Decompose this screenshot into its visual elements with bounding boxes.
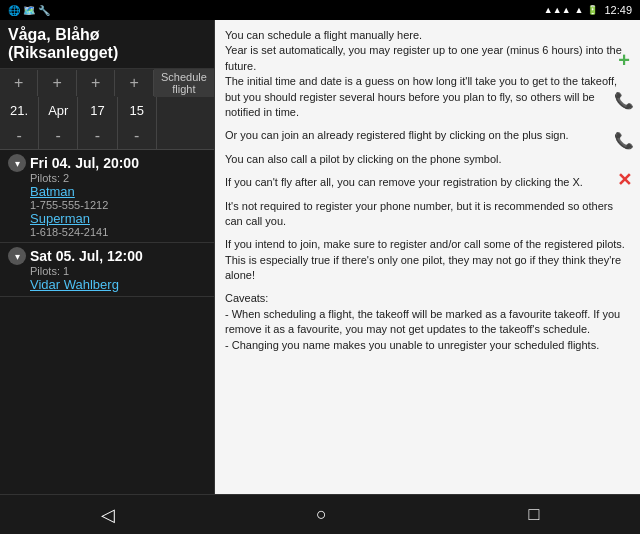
day-value: 21. bbox=[0, 97, 39, 123]
help-text-3: You can also call a pilot by clicking on… bbox=[225, 152, 630, 167]
minus-minute[interactable]: - bbox=[118, 123, 157, 149]
flight-2-header: ▾ Sat 05. Jul, 12:00 bbox=[8, 247, 206, 265]
join-flight-icon[interactable]: + bbox=[614, 50, 634, 70]
plus-row: + + + + Schedule flight bbox=[0, 69, 214, 97]
pilot-2-1: Vidar Wahlberg bbox=[30, 277, 206, 292]
flight-1-expand[interactable]: ▾ bbox=[8, 154, 26, 172]
pilot-1-2-phone: 1-618-524-2141 bbox=[30, 226, 206, 238]
flight-2-pilots-count: Pilots: 1 bbox=[30, 265, 206, 277]
wifi-icon: ▲ bbox=[575, 5, 584, 15]
battery-icon: 🔋 bbox=[587, 5, 598, 15]
remove-registration-icon[interactable]: ✕ bbox=[614, 170, 634, 190]
left-panel: Våga, Blåhø (Riksanlegget) + + + + Sched… bbox=[0, 20, 215, 494]
app-icon-2: 🗺️ bbox=[23, 5, 35, 16]
right-panel: You can schedule a flight manually here.… bbox=[215, 20, 640, 494]
pilot-1-1-phone: 1-755-555-1212 bbox=[30, 199, 206, 211]
side-icons: + 📞 📞 ✕ bbox=[614, 50, 634, 190]
home-button[interactable]: ○ bbox=[296, 496, 347, 533]
plus-minute[interactable]: + bbox=[115, 70, 153, 96]
nav-bar: ◁ ○ □ bbox=[0, 494, 640, 534]
app-icon-3: 🔧 bbox=[38, 5, 50, 16]
pilot-1-2-name[interactable]: Superman bbox=[30, 211, 206, 226]
plus-day[interactable]: + bbox=[0, 70, 38, 96]
main-content: Våga, Blåhø (Riksanlegget) + + + + Sched… bbox=[0, 20, 640, 494]
minus-row: - - - - bbox=[0, 123, 214, 149]
minus-day[interactable]: - bbox=[0, 123, 39, 149]
help-text-4: If you can't fly after all, you can remo… bbox=[225, 175, 630, 190]
help-text-6: If you intend to join, make sure to regi… bbox=[225, 237, 630, 283]
back-button[interactable]: ◁ bbox=[81, 496, 135, 534]
picker-values-row: 21. Apr 17 15 bbox=[0, 97, 214, 123]
pilot-1-2: Superman 1-618-524-2141 bbox=[30, 211, 206, 238]
minute-value: 15 bbox=[118, 97, 157, 123]
app-icon-1: 🌐 bbox=[8, 5, 20, 16]
flight-2-expand[interactable]: ▾ bbox=[8, 247, 26, 265]
minus-spacer bbox=[157, 123, 214, 149]
help-text-5: It's not required to register your phone… bbox=[225, 199, 630, 230]
flight-1-pilots-count: Pilots: 2 bbox=[30, 172, 206, 184]
help-text-1: You can schedule a flight manually here.… bbox=[225, 28, 630, 120]
minus-month[interactable]: - bbox=[39, 123, 78, 149]
pilot-1-1: Batman 1-755-555-1212 bbox=[30, 184, 206, 211]
pilot-1-1-name[interactable]: Batman bbox=[30, 184, 206, 199]
schedule-btn-spacer bbox=[157, 97, 214, 123]
signal-icon: ▲▲▲ bbox=[544, 5, 571, 15]
call-pilot-2-icon[interactable]: 📞 bbox=[614, 130, 634, 150]
flight-item-1: ▾ Fri 04. Jul, 20:00 Pilots: 2 Batman 1-… bbox=[0, 150, 214, 243]
flight-item-2: ▾ Sat 05. Jul, 12:00 Pilots: 1 Vidar Wah… bbox=[0, 243, 214, 297]
time-display: 12:49 bbox=[604, 4, 632, 16]
help-text-7: Caveats: - When scheduling a flight, the… bbox=[225, 291, 630, 353]
flight-2-datetime: Sat 05. Jul, 12:00 bbox=[30, 248, 143, 264]
status-bar: 🌐 🗺️ 🔧 ▲▲▲ ▲ 🔋 12:49 bbox=[0, 0, 640, 20]
flight-1-header: ▾ Fri 04. Jul, 20:00 bbox=[8, 154, 206, 172]
plus-hour[interactable]: + bbox=[77, 70, 115, 96]
location-header: Våga, Blåhø (Riksanlegget) bbox=[0, 20, 214, 69]
minus-hour[interactable]: - bbox=[78, 123, 117, 149]
flight-1-datetime: Fri 04. Jul, 20:00 bbox=[30, 155, 139, 171]
status-bar-left: 🌐 🗺️ 🔧 bbox=[8, 5, 50, 16]
location-text: Våga, Blåhø (Riksanlegget) bbox=[8, 26, 118, 61]
date-time-picker: + + + + Schedule flight 21. Ap bbox=[0, 69, 214, 150]
hour-value: 17 bbox=[78, 97, 117, 123]
pilot-2-1-name[interactable]: Vidar Wahlberg bbox=[30, 277, 206, 292]
schedule-flight-button[interactable]: Schedule flight bbox=[154, 69, 214, 97]
flights-list: ▾ Fri 04. Jul, 20:00 Pilots: 2 Batman 1-… bbox=[0, 150, 214, 494]
recents-button[interactable]: □ bbox=[508, 496, 559, 533]
month-value: Apr bbox=[39, 97, 78, 123]
plus-month[interactable]: + bbox=[38, 70, 76, 96]
help-text-2: Or you can join an already registered fl… bbox=[225, 128, 630, 143]
call-pilot-1-icon[interactable]: 📞 bbox=[614, 90, 634, 110]
